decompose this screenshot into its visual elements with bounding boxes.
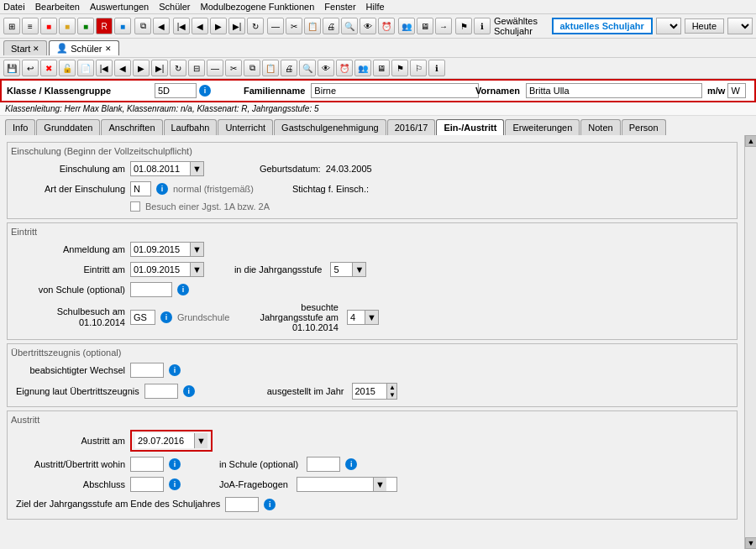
subtab-laufbahn[interactable]: Laufbahn: [164, 119, 218, 135]
toolbar-back-btn[interactable]: ◀: [153, 18, 170, 34]
tb2-flag2-btn[interactable]: ⚐: [410, 60, 427, 76]
schuljahr-dropdown[interactable]: [656, 18, 681, 34]
ausgestellt-value[interactable]: [353, 385, 386, 397]
tb2-flag-btn[interactable]: ⚑: [391, 60, 408, 76]
subtab-erweiterungen[interactable]: Erweiterungen: [505, 119, 580, 135]
besuchte-arrow[interactable]: ▼: [365, 311, 378, 324]
in-schule-input[interactable]: [307, 457, 340, 472]
austritt-wohin-info[interactable]: i: [169, 458, 181, 470]
austritt-am-input[interactable]: ▼: [135, 433, 207, 448]
abschluss-input[interactable]: [130, 477, 164, 492]
menu-datei[interactable]: Datei: [3, 2, 25, 12]
art-info-btn[interactable]: i: [156, 183, 168, 195]
tb2-cut-btn[interactable]: ✂: [225, 60, 242, 76]
toolbar-list-btn[interactable]: ≡: [22, 18, 39, 34]
tb2-prev-btn[interactable]: ◀: [114, 60, 131, 76]
eignung-input[interactable]: [144, 384, 178, 399]
einschulung-am-value[interactable]: [131, 163, 190, 175]
menu-schueler[interactable]: Schüler: [159, 2, 190, 12]
subtab-noten[interactable]: Noten: [580, 119, 620, 135]
tb2-save-btn[interactable]: 💾: [3, 60, 20, 76]
tb2-copy-btn[interactable]: ⧉: [244, 60, 260, 76]
beabsichtigter-input[interactable]: [130, 363, 164, 378]
toolbar-red2-btn[interactable]: R: [96, 18, 113, 34]
tb2-filter-btn[interactable]: ⊟: [188, 60, 205, 76]
tb2-doc-btn[interactable]: 📄: [77, 60, 94, 76]
toolbar-grid-btn[interactable]: ⊞: [3, 18, 20, 34]
heute-dropdown[interactable]: [727, 18, 753, 34]
anmeldung-value[interactable]: [131, 243, 190, 255]
tb2-minus-btn[interactable]: —: [207, 60, 223, 76]
menu-modulbezogene[interactable]: Modulbezogene Funktionen: [201, 2, 315, 12]
menu-fenster[interactable]: Fenster: [324, 2, 355, 12]
austritt-wohin-input[interactable]: [130, 457, 164, 472]
anmeldung-input[interactable]: ▼: [130, 242, 204, 257]
tb2-paste-btn[interactable]: 📋: [262, 60, 279, 76]
subtab-anschriften[interactable]: Anschriften: [101, 119, 162, 135]
toolbar-copy-btn[interactable]: ⧉: [134, 18, 151, 34]
toolbar-persons-btn[interactable]: 👥: [398, 18, 415, 34]
familienname-input[interactable]: [311, 83, 479, 98]
menu-auswertungen[interactable]: Auswertungen: [90, 2, 149, 12]
toolbar-print-btn[interactable]: 🖨: [323, 18, 339, 34]
art-input[interactable]: [130, 181, 151, 196]
beabsichtigter-info[interactable]: i: [169, 364, 181, 376]
austritt-am-value[interactable]: [135, 435, 194, 447]
subtab-2016[interactable]: 2016/17: [387, 119, 436, 135]
ziel-input[interactable]: [225, 497, 259, 512]
tb2-print-btn[interactable]: 🖨: [281, 60, 297, 76]
joa-arrow[interactable]: ▼: [373, 478, 386, 491]
jgst-checkbox[interactable]: [130, 201, 140, 212]
toolbar-green-btn[interactable]: ■: [77, 18, 94, 34]
eintritt-am-value[interactable]: [131, 264, 190, 275]
tb2-clock-btn[interactable]: ⏰: [336, 60, 353, 76]
schulbesuch-info[interactable]: i: [160, 311, 172, 323]
nav-last-btn[interactable]: ▶|: [228, 18, 245, 34]
austritt-am-arrow[interactable]: ▼: [194, 433, 207, 448]
tb2-eye-btn[interactable]: 👁: [318, 60, 334, 76]
eintritt-am-input[interactable]: ▼: [130, 262, 204, 277]
jahrgangsstufe-input[interactable]: ▼: [330, 262, 366, 277]
tb2-screen-btn[interactable]: 🖥: [373, 60, 390, 76]
toolbar-eye-btn[interactable]: 👁: [360, 18, 376, 34]
tb2-search-btn[interactable]: 🔍: [299, 60, 316, 76]
subtab-person[interactable]: Person: [622, 119, 666, 135]
subtab-einaustritt[interactable]: Ein-/Austritt: [436, 119, 504, 135]
mw-input[interactable]: [727, 83, 746, 98]
tb2-next-btn[interactable]: ▶: [133, 60, 150, 76]
besuchte-input[interactable]: ▼: [347, 310, 379, 325]
scroll-down-btn[interactable]: ▼: [745, 537, 756, 549]
toolbar-clock-btn[interactable]: ⏰: [378, 18, 395, 34]
tb2-info-btn[interactable]: ℹ: [428, 60, 445, 76]
ziel-info[interactable]: i: [264, 499, 276, 510]
anmeldung-arrow[interactable]: ▼: [190, 243, 203, 256]
toolbar-red-btn[interactable]: ■: [40, 18, 57, 34]
menu-hilfe[interactable]: Hilfe: [366, 2, 385, 12]
subtab-info[interactable]: Info: [5, 119, 35, 135]
jahrgangsstufe-arrow[interactable]: ▼: [352, 263, 365, 276]
tab-schueler-close[interactable]: ✕: [105, 44, 112, 53]
toolbar-blue-btn[interactable]: ■: [114, 18, 131, 34]
tb2-last-btn[interactable]: ▶|: [151, 60, 168, 76]
nav-refresh-btn[interactable]: ↻: [247, 18, 264, 34]
tb2-persons-btn[interactable]: 👥: [354, 60, 371, 76]
von-schule-input[interactable]: [130, 282, 172, 297]
toolbar-info2-btn[interactable]: ℹ: [474, 18, 491, 34]
toolbar-search-btn[interactable]: 🔍: [341, 18, 358, 34]
von-schule-info[interactable]: i: [177, 284, 189, 295]
toolbar-paste-btn[interactable]: 📋: [304, 18, 321, 34]
jahrgangsstufe-value[interactable]: [331, 264, 352, 275]
eignung-info[interactable]: i: [183, 385, 195, 397]
subtab-unterricht[interactable]: Unterricht: [218, 119, 273, 135]
tb2-discard-btn[interactable]: ↩: [22, 60, 39, 76]
scroll-up-btn[interactable]: ▲: [745, 135, 756, 147]
eintritt-am-arrow[interactable]: ▼: [190, 263, 203, 276]
tab-start-close[interactable]: ✕: [33, 44, 39, 53]
tb2-first-btn[interactable]: |◀: [96, 60, 113, 76]
nav-first-btn[interactable]: |◀: [173, 18, 190, 34]
tab-scrollbar[interactable]: ▲ ▼: [744, 135, 756, 549]
toolbar-flag-btn[interactable]: ⚑: [455, 18, 472, 34]
tab-start[interactable]: Start ✕: [3, 40, 47, 55]
schulbesuch-input[interactable]: [130, 310, 155, 325]
subtab-gastschul[interactable]: Gastschulgenehmigung: [274, 119, 386, 135]
